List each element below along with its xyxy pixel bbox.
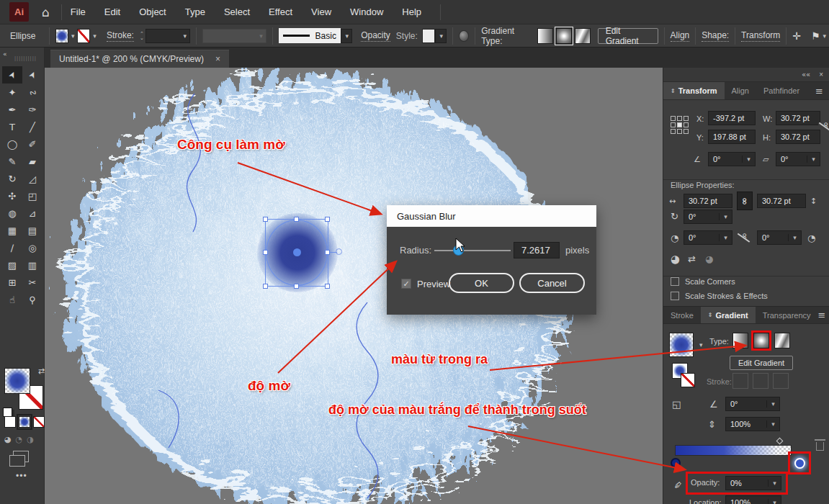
selection-handle[interactable] (294, 217, 299, 222)
slice-tool[interactable]: ✂ (22, 274, 42, 291)
gradient-preset-arrow[interactable]: ▾ (699, 341, 703, 348)
opacity-dropdown[interactable]: 0%▾ (725, 476, 781, 490)
direct-selection-tool[interactable]: ➤ (22, 66, 42, 84)
ellipse-tool[interactable]: ◯ (2, 135, 22, 153)
eyedropper-tool[interactable]: ∕ (2, 239, 22, 256)
width-tool[interactable]: ✣ (2, 187, 22, 204)
shaper-tool[interactable]: ✎ (2, 153, 22, 170)
free-transform-tool[interactable]: ◰ (22, 187, 42, 204)
swap-pie-icon[interactable]: ⇄ (688, 253, 696, 264)
fill-indicator[interactable] (4, 368, 30, 394)
selection-handle[interactable] (325, 284, 330, 289)
selection-tool[interactable]: ➤ (2, 66, 22, 84)
zoom-tool[interactable]: ⚲ (22, 291, 42, 308)
illustrator-logo-icon[interactable]: Ai (9, 2, 29, 22)
chevron-down-icon[interactable]: ▾ (93, 32, 97, 40)
gradient-stop-end[interactable] (794, 458, 805, 469)
column-graph-tool[interactable]: ▥ (22, 256, 42, 274)
selection-handle[interactable] (325, 217, 330, 222)
edit-gradient-button[interactable]: Edit Gradient (598, 28, 658, 44)
chevron-down-icon[interactable]: ▾ (823, 32, 827, 40)
draw-normal-icon[interactable]: ◕ (4, 435, 12, 444)
gradient-slider[interactable] (675, 445, 792, 456)
close-tab-icon[interactable]: × (215, 54, 220, 64)
tab-gradient[interactable]: ⇕ Gradient (701, 307, 756, 323)
menu-window[interactable]: Window (350, 6, 383, 17)
selection-handle[interactable] (263, 217, 268, 222)
gradient-eyedropper-icon[interactable]: ✑ (671, 478, 685, 492)
selection-handle[interactable] (263, 250, 268, 255)
reverse-gradient-icon[interactable]: ◱ (672, 399, 681, 410)
none-button[interactable] (33, 416, 45, 428)
artboard-tool[interactable]: ⊞ (2, 274, 22, 291)
mesh-tool[interactable]: ▦ (2, 222, 22, 239)
screen-mode-icon[interactable] (13, 451, 29, 462)
tab-transparency[interactable]: Transparency (756, 307, 818, 323)
gradient-type-radial-button[interactable] (556, 28, 572, 44)
menu-help[interactable]: Help (402, 6, 421, 17)
collapse-tools-icon[interactable]: « (3, 50, 7, 58)
menu-type[interactable]: Type (185, 6, 205, 17)
swap-fill-stroke-icon[interactable]: ⇄ (38, 366, 45, 376)
close-panel-icon[interactable]: × (819, 71, 823, 78)
shape-link[interactable]: Shape: (702, 30, 729, 42)
stroke-weight-stepper[interactable]: ⌃⌄ (140, 32, 144, 40)
eraser-tool[interactable]: ▰ (22, 153, 42, 170)
document-tab[interactable]: Untitled-1* @ 200 % (CMYK/Preview) × (50, 50, 229, 68)
color-button[interactable] (4, 416, 16, 428)
perspective-grid-tool[interactable]: ⊿ (22, 204, 42, 222)
gradient-type-linear-button[interactable] (537, 28, 553, 44)
pie-fill-icon[interactable]: ◕ (671, 253, 680, 266)
style-swatch[interactable] (422, 29, 435, 43)
panel-gradient-linear-button[interactable] (732, 333, 748, 348)
edit-toolbar-icon[interactable]: ••• (16, 471, 27, 481)
chevron-down-icon[interactable]: ▾ (71, 32, 75, 40)
x-field[interactable]: -397.2 pt (708, 111, 756, 125)
brush-dropdown-arrow[interactable]: ▾ (341, 29, 352, 43)
menu-file[interactable]: File (71, 6, 86, 17)
stroke-link[interactable]: Stroke: (107, 30, 134, 42)
menu-effect[interactable]: Effect (269, 6, 292, 17)
scale-strokes-checkbox[interactable] (671, 292, 679, 300)
opacity-link[interactable]: Opacity (361, 30, 390, 42)
panel-menu-icon[interactable]: ≡ (815, 82, 829, 99)
ellipse-height-field[interactable]: 30.72 pt (757, 194, 806, 208)
draw-behind-icon[interactable]: ◔ (16, 435, 23, 444)
dialog-title[interactable]: Gaussian Blur (387, 205, 596, 227)
shape-builder-tool[interactable]: ◍ (2, 204, 22, 222)
gradient-preview-swatch[interactable] (669, 333, 694, 357)
cancel-button[interactable]: Cancel (519, 273, 585, 293)
stroke-weight-dropdown[interactable]: ▾ (145, 29, 190, 43)
fill-color-swatch[interactable] (55, 29, 68, 43)
blend-tool[interactable]: ◎ (22, 239, 42, 256)
type-tool[interactable]: T (2, 118, 22, 135)
menu-object[interactable]: Object (139, 6, 166, 17)
symbol-sprayer-tool[interactable]: ▨ (2, 256, 22, 274)
panel-edit-gradient-button[interactable]: Edit Gradient (730, 356, 793, 370)
ellipse-center-point[interactable] (293, 248, 301, 256)
gradient-stop-start[interactable] (671, 458, 681, 468)
document-setup-icon[interactable] (459, 30, 469, 42)
workspace-icon[interactable]: ⚑ (811, 30, 820, 42)
gradient-midpoint-diamond[interactable] (776, 438, 784, 445)
panel-stroke-proxy[interactable] (681, 373, 695, 387)
arrange-icon[interactable]: ✛ (792, 30, 801, 42)
tab-align[interactable]: Align (725, 82, 756, 99)
selection-handle[interactable] (294, 284, 299, 289)
rotate-widget-icon[interactable] (336, 248, 342, 255)
gradient-button[interactable] (19, 416, 30, 428)
hand-tool[interactable]: ☝ (2, 291, 22, 308)
ellipse-width-field[interactable]: 30.72 pt (684, 194, 732, 208)
tab-transform[interactable]: ⇕ Transform (663, 82, 725, 99)
y-field[interactable]: 197.88 pt (708, 130, 756, 144)
collapse-panels-icon[interactable]: «« (802, 71, 810, 78)
ok-button[interactable]: OK (449, 273, 514, 293)
scale-corners-checkbox[interactable] (671, 277, 679, 286)
gradient-type-freeform-button[interactable] (575, 28, 591, 44)
pie-end-dropdown[interactable]: 0°▾ (757, 230, 802, 245)
home-icon[interactable]: ⌂ (42, 5, 50, 19)
shear-dropdown[interactable]: 0°▾ (776, 152, 820, 166)
gradient-tool[interactable]: ▤ (22, 222, 42, 239)
style-dropdown-arrow[interactable]: ▾ (435, 29, 447, 43)
paintbrush-tool[interactable]: ✐ (22, 135, 42, 153)
